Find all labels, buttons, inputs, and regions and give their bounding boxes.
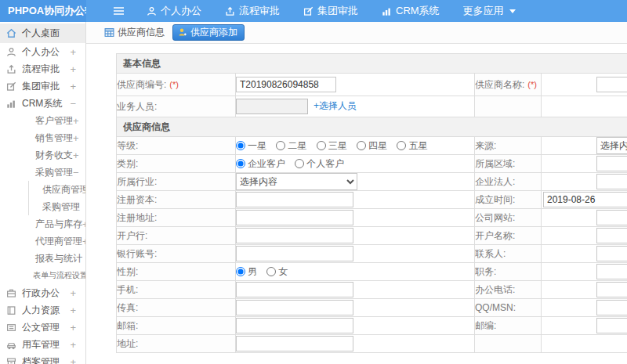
supplier-add-form: 基本信息 供应商编号:(*) 供应商名称:(*) 业务人员: +选择人员 供应商… [86,44,627,353]
bank-label: 开户行: [117,227,236,245]
collapse-toggle[interactable]: − [73,167,79,178]
supplier-no-input[interactable] [236,77,336,92]
level-option[interactable]: 二星 [276,139,306,153]
source-select[interactable]: 选择内容 [596,137,627,154]
sidebar-item-personal-desktop[interactable]: 个人桌面 [0,23,85,43]
sidebar-item-agent-mgmt[interactable]: 代理商管理 + [0,232,85,250]
legal-person-input[interactable] [596,174,627,189]
sidebar-item-supplier-mgmt[interactable]: 供应商管理 [29,181,85,198]
capital-input[interactable] [236,192,353,207]
level-label: 等级: [117,137,236,155]
supplier-name-input[interactable] [596,77,627,92]
gender-option[interactable]: 男 [236,265,257,279]
sidebar-item-workflow-approval[interactable]: 流程审批 + [0,60,85,77]
contact-input[interactable] [596,246,627,261]
level-radio-2[interactable] [276,141,285,150]
founded-date-input[interactable] [543,192,627,207]
briefcase-icon [6,288,17,298]
level-radio-4[interactable] [357,141,366,150]
bank-no-input[interactable] [236,246,353,261]
topmenu-group-approval[interactable]: 集团审批 [303,4,358,18]
sidebar-item-sales-mgmt[interactable]: 销售管理 + [0,129,85,146]
mobile-input[interactable] [236,282,353,297]
gender-radio-female[interactable] [266,267,276,276]
expand-toggle[interactable]: + [70,287,76,299]
expand-toggle[interactable]: + [70,305,76,316]
qq-input[interactable] [596,300,627,315]
category-label: 类别: [117,155,236,173]
app-logo: PHPOA协同办公软件 [0,0,86,22]
supplier-add-icon [178,27,187,37]
sidebar-item-purchase-mgmt[interactable]: 采购管理 − [0,164,85,181]
bank-input[interactable] [236,228,353,243]
zip-input[interactable] [596,318,627,333]
expand-toggle[interactable]: + [73,150,79,161]
user-icon [6,47,17,57]
expand-toggle[interactable]: + [70,63,76,75]
sidebar-item-purchase-mgmt-sub[interactable]: 采购管理 [29,198,85,215]
expand-toggle[interactable]: + [70,339,76,351]
gender-radio-male[interactable] [236,267,245,276]
tab-supplier-add[interactable]: 供应商添加 [172,24,245,41]
position-input[interactable] [596,264,627,279]
reg-address-input[interactable] [236,210,353,225]
industry-label: 所属行业: [117,173,236,191]
sidebar-item-archive-mgmt[interactable]: 档案管理 + [0,353,85,364]
level-option[interactable]: 五星 [397,139,427,153]
industry-select[interactable]: 选择内容 [236,173,357,190]
level-option[interactable]: 一星 [236,139,266,153]
account-name-input[interactable] [596,228,627,243]
sidebar-item-crm-system[interactable]: CRM系统 − [0,95,85,112]
email-input[interactable] [236,318,353,333]
menu-toggle-icon[interactable] [113,6,125,16]
topmenu-workflow-approval[interactable]: 流程审批 [225,4,280,18]
office-tel-input[interactable] [596,282,627,297]
sidebar-item-hr[interactable]: 人力资源 + [0,301,85,319]
level-option[interactable]: 三星 [317,139,347,153]
sidebar-item-label: 档案管理 [22,355,60,364]
fax-input[interactable] [236,300,353,315]
topmenu-label: 个人办公 [161,4,201,18]
sidebar-item-product-inventory[interactable]: 产品与库存 + [0,215,85,232]
category-option[interactable]: 企业客户 [236,157,285,171]
expand-toggle[interactable]: + [70,356,76,364]
topmenu-crm-system[interactable]: CRM系统 [382,4,440,18]
sidebar-item-label: 行政办公 [22,287,60,300]
expand-toggle[interactable]: + [73,115,79,127]
expand-toggle[interactable]: + [73,132,79,144]
sidebar-item-document-mgmt[interactable]: 公文管理 + [0,319,85,336]
collapse-toggle[interactable]: − [70,98,76,110]
region-input[interactable] [596,156,627,171]
empty-label [475,96,542,117]
sidebar-item-vehicle-mgmt[interactable]: 用车管理 + [0,336,85,353]
sidebar-item-label: 人力资源 [22,304,60,317]
level-option[interactable]: 四星 [357,139,387,153]
expand-toggle[interactable]: + [70,322,76,333]
sidebar-item-group-approval[interactable]: 集团审批 + [0,77,85,95]
sidebar-item-personal-office[interactable]: 个人办公 + [0,43,85,60]
level-radio-1[interactable] [236,141,245,150]
sidebar-item-admin-office[interactable]: 行政办公 + [0,284,85,301]
gender-option[interactable]: 女 [266,265,288,279]
sidebar-item-label: 代理商管理 [35,235,82,248]
expand-toggle[interactable]: + [70,81,76,92]
topmenu-label: 流程审批 [239,4,280,18]
topmenu-more-apps[interactable]: 更多应用 [463,4,516,18]
expand-toggle[interactable]: + [70,46,76,58]
address-input[interactable] [236,336,353,351]
category-radio-2[interactable] [295,159,304,168]
sidebar-item-finance[interactable]: 财务收支 + [0,146,85,164]
tab-supplier-info[interactable]: 供应商信息 [104,26,165,39]
website-input[interactable] [596,210,627,225]
category-option[interactable]: 个人客户 [295,157,344,171]
select-staff-link[interactable]: +选择人员 [314,100,357,111]
topmenu-personal-office[interactable]: 个人办公 [147,4,201,18]
sidebar-item-reports-stats[interactable]: 报表与统计 [0,250,85,267]
level-radio-3[interactable] [317,141,326,150]
staff-input[interactable] [236,99,308,114]
sidebar-item-form-flow-settings[interactable]: 表单与流程设置 + [0,267,85,284]
level-radio-5[interactable] [397,141,406,150]
sidebar-item-customer-mgmt[interactable]: 客户管理 + [0,112,85,129]
sidebar: 个人桌面 个人办公 + 流程审批 + 集团审批 + CRM系统 − [0,22,86,364]
category-radio-1[interactable] [236,159,245,168]
